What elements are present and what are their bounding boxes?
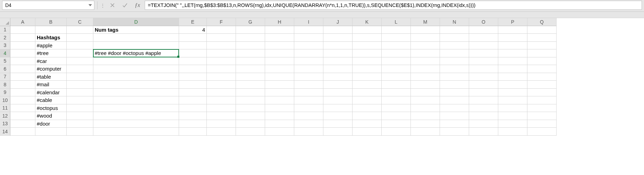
cell-O4[interactable]: [469, 49, 498, 57]
row-header-7[interactable]: 7: [0, 73, 10, 81]
cell-G12[interactable]: [236, 112, 265, 120]
row-header-1[interactable]: 1: [0, 26, 10, 34]
cell-I14[interactable]: [294, 128, 323, 136]
cell-B4[interactable]: #tree: [35, 49, 67, 57]
cell-C8[interactable]: [67, 81, 93, 89]
cell-F14[interactable]: [207, 128, 236, 136]
cell-P7[interactable]: [498, 73, 527, 81]
cell-G14[interactable]: [236, 128, 265, 136]
cell-D3[interactable]: [93, 42, 179, 50]
cell-J14[interactable]: [323, 128, 353, 136]
cell-E14[interactable]: [179, 128, 207, 136]
cell-A8[interactable]: [10, 81, 35, 89]
cell-F12[interactable]: [207, 112, 236, 120]
cell-D14[interactable]: [93, 128, 179, 136]
cell-N13[interactable]: [440, 120, 469, 128]
cell-M2[interactable]: [411, 34, 440, 42]
cell-I6[interactable]: [294, 65, 323, 73]
cell-J10[interactable]: [323, 96, 353, 104]
cell-D9[interactable]: [93, 89, 179, 97]
col-header-G[interactable]: G: [236, 18, 265, 26]
cell-C6[interactable]: [67, 65, 93, 73]
row-header-12[interactable]: 12: [0, 112, 10, 120]
cell-K9[interactable]: [353, 89, 382, 97]
cell-K12[interactable]: [353, 112, 382, 120]
cell-I13[interactable]: [294, 120, 323, 128]
cell-F4[interactable]: [207, 49, 236, 57]
cell-Q12[interactable]: [527, 112, 557, 120]
cell-L10[interactable]: [382, 96, 411, 104]
cell-D6[interactable]: [93, 65, 179, 73]
cell-G13[interactable]: [236, 120, 265, 128]
cell-K1[interactable]: [353, 26, 382, 34]
cell-O12[interactable]: [469, 112, 498, 120]
cell-Q7[interactable]: [527, 73, 557, 81]
cell-K11[interactable]: [353, 104, 382, 112]
cell-E5[interactable]: [179, 57, 207, 65]
col-header-I[interactable]: I: [294, 18, 323, 26]
cell-I9[interactable]: [294, 89, 323, 97]
cell-Q1[interactable]: [527, 26, 557, 34]
cell-H2[interactable]: [265, 34, 294, 42]
cell-I10[interactable]: [294, 96, 323, 104]
cell-J11[interactable]: [323, 104, 353, 112]
cell-O7[interactable]: [469, 73, 498, 81]
cell-H6[interactable]: [265, 65, 294, 73]
cell-A1[interactable]: [10, 26, 35, 34]
cell-C7[interactable]: [67, 73, 93, 81]
cell-O3[interactable]: [469, 42, 498, 50]
cell-N7[interactable]: [440, 73, 469, 81]
cell-I7[interactable]: [294, 73, 323, 81]
row-header-9[interactable]: 9: [0, 89, 10, 97]
row-header-8[interactable]: 8: [0, 81, 10, 89]
cell-O10[interactable]: [469, 96, 498, 104]
col-header-A[interactable]: A: [10, 18, 35, 26]
cell-M11[interactable]: [411, 104, 440, 112]
col-header-O[interactable]: O: [469, 18, 498, 26]
cell-E11[interactable]: [179, 104, 207, 112]
col-header-P[interactable]: P: [498, 18, 527, 26]
cell-A10[interactable]: [10, 96, 35, 104]
cell-P12[interactable]: [498, 112, 527, 120]
cell-A3[interactable]: [10, 42, 35, 50]
cell-G4[interactable]: [236, 49, 265, 57]
cell-L6[interactable]: [382, 65, 411, 73]
row-header-6[interactable]: 6: [0, 65, 10, 73]
cell-K8[interactable]: [353, 81, 382, 89]
cell-E12[interactable]: [179, 112, 207, 120]
cell-N1[interactable]: [440, 26, 469, 34]
cell-L1[interactable]: [382, 26, 411, 34]
cell-M9[interactable]: [411, 89, 440, 97]
cell-I1[interactable]: [294, 26, 323, 34]
col-header-M[interactable]: M: [411, 18, 440, 26]
cell-Q13[interactable]: [527, 120, 557, 128]
cell-M12[interactable]: [411, 112, 440, 120]
cell-N12[interactable]: [440, 112, 469, 120]
cell-J2[interactable]: [323, 34, 353, 42]
cell-N11[interactable]: [440, 104, 469, 112]
cell-M8[interactable]: [411, 81, 440, 89]
row-header-2[interactable]: 2: [0, 34, 10, 42]
cell-O5[interactable]: [469, 57, 498, 65]
cell-D10[interactable]: [93, 96, 179, 104]
cell-B5[interactable]: #car: [35, 57, 67, 65]
cell-O1[interactable]: [469, 26, 498, 34]
cell-H13[interactable]: [265, 120, 294, 128]
cell-G8[interactable]: [236, 81, 265, 89]
cell-N14[interactable]: [440, 128, 469, 136]
cell-J7[interactable]: [323, 73, 353, 81]
cell-O6[interactable]: [469, 65, 498, 73]
cell-E4[interactable]: [179, 49, 207, 57]
cell-Q4[interactable]: [527, 49, 557, 57]
cell-D5[interactable]: [93, 57, 179, 65]
cell-B6[interactable]: #computer: [35, 65, 67, 73]
cell-N9[interactable]: [440, 89, 469, 97]
cell-M13[interactable]: [411, 120, 440, 128]
cell-A4[interactable]: [10, 49, 35, 57]
row-header-3[interactable]: 3: [0, 42, 10, 50]
cell-H4[interactable]: [265, 49, 294, 57]
cell-P4[interactable]: [498, 49, 527, 57]
cell-P9[interactable]: [498, 89, 527, 97]
drag-handle-icon[interactable]: ⋮: [100, 1, 105, 10]
row-header-10[interactable]: 10: [0, 96, 10, 104]
